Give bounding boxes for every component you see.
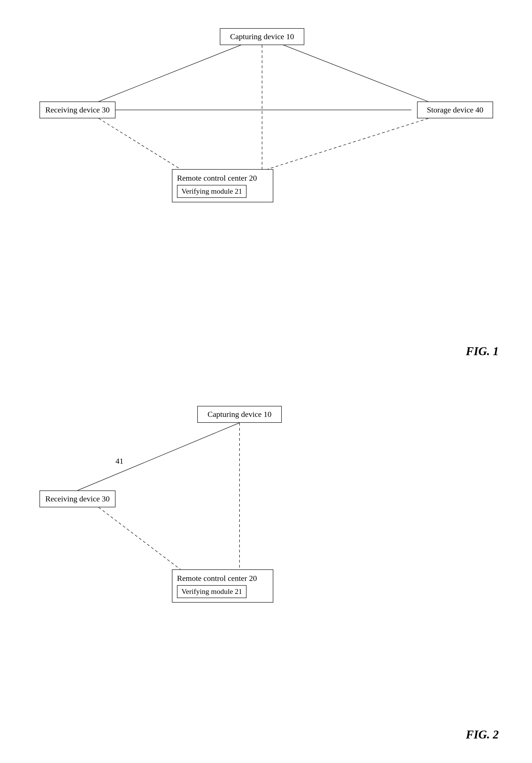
capturing-device-box: Capturing device 10 xyxy=(220,28,304,45)
capturing-device-box-2: Capturing device 10 xyxy=(197,406,282,423)
receiving-device-label: Receiving device 30 xyxy=(46,105,110,114)
label-41: 41 xyxy=(116,457,123,466)
verifying-module-label: Verifying module 21 xyxy=(181,187,242,195)
verifying-module-label-2: Verifying module 21 xyxy=(181,588,242,596)
receiving-device-box-2: Receiving device 30 xyxy=(40,490,116,507)
remote-control-label-2: Remote control center 20 xyxy=(177,574,257,583)
receiving-device-label-2: Receiving device 30 xyxy=(46,494,110,503)
storage-device-box: Storage device 40 xyxy=(417,101,493,118)
svg-line-6 xyxy=(77,423,240,490)
capturing-device-label: Capturing device 10 xyxy=(230,32,294,41)
svg-line-5 xyxy=(268,118,428,169)
receiving-device-box: Receiving device 30 xyxy=(40,101,116,118)
svg-line-8 xyxy=(99,507,180,569)
svg-line-4 xyxy=(99,118,180,169)
capturing-device-label-2: Capturing device 10 xyxy=(207,410,271,419)
remote-control-center-box-2: Remote control center 20 Verifying modul… xyxy=(172,569,273,602)
figure-2-label: FIG. 2 xyxy=(466,728,499,741)
verifying-module-box: Verifying module 21 xyxy=(177,185,247,198)
svg-line-1 xyxy=(262,37,450,110)
verifying-module-box-2: Verifying module 21 xyxy=(177,585,247,598)
remote-control-label: Remote control center 20 xyxy=(177,173,257,183)
svg-line-0 xyxy=(77,37,262,110)
page: Capturing device 10 Receiving device 30 … xyxy=(0,0,532,763)
storage-device-label: Storage device 40 xyxy=(427,105,483,114)
remote-control-center-box: Remote control center 20 Verifying modul… xyxy=(172,169,273,202)
figure-2-container: 41 Capturing device 10 Receiving device … xyxy=(23,389,516,753)
figure-1-label: FIG. 1 xyxy=(466,344,499,358)
figure-1-container: Capturing device 10 Receiving device 30 … xyxy=(23,11,516,369)
